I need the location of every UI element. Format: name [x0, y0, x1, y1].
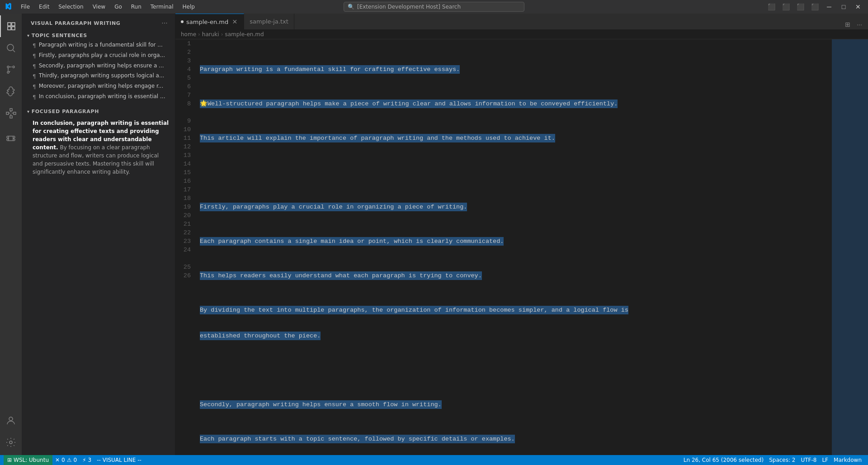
sidebar-item-text: Secondly, paragraph writing helps ensure…	[39, 62, 164, 70]
search-bar[interactable]: 🔍 [Extension Development Host] Search	[344, 2, 524, 12]
editor-line	[200, 366, 823, 375]
list-item[interactable]: ¶ Thirdly, paragraph writing supports lo…	[22, 71, 175, 81]
svg-point-8	[13, 66, 14, 68]
editor-line: established throughout the piece.	[200, 332, 823, 340]
status-bar-right: Ln 26, Col 65 (2006 selected) Spaces: 2 …	[681, 455, 864, 465]
status-bar: ⊞ WSL: Ubuntu ✕ 0 ⚠ 0 ⚡ 3 -- VISUAL LINE…	[0, 455, 868, 465]
menu-edit[interactable]: Edit	[35, 3, 53, 11]
editor-line: By dividing the text into multiple parag…	[200, 306, 823, 314]
paragraph-icon: ¶	[33, 94, 36, 101]
activity-explorer[interactable]	[0, 15, 22, 37]
svg-rect-13	[10, 109, 12, 111]
activity-bar	[0, 14, 22, 455]
minimap-viewport	[832, 39, 868, 455]
svg-point-6	[7, 66, 9, 68]
list-item[interactable]: ¶ Paragraph writing is a fundamental ski…	[22, 40, 175, 51]
topic-sentences-chevron-icon: ▾	[27, 33, 30, 38]
maximize-btn[interactable]: □	[837, 2, 850, 11]
spaces-item[interactable]: Spaces: 2	[766, 455, 798, 465]
focused-paragraph-section[interactable]: ▾ FOCUSED PARAGRAPH	[22, 106, 175, 116]
title-bar-left: File Edit Selection View Go Run Terminal…	[4, 2, 198, 12]
menu-run[interactable]: Run	[127, 3, 145, 11]
menu-selection[interactable]: Selection	[55, 3, 87, 11]
wsl-badge[interactable]: ⊞ WSL: Ubuntu	[4, 455, 52, 465]
layout-btn-1[interactable]: ⬛	[765, 2, 778, 11]
breadcrumb-haruki[interactable]: haruki	[202, 31, 219, 38]
tab-label: sample-en.md	[186, 19, 228, 25]
menu-go[interactable]: Go	[111, 3, 126, 11]
activity-settings[interactable]	[0, 432, 22, 453]
menu-view[interactable]: View	[89, 3, 109, 11]
sidebar-header: VISUAL PARAGRAPH WRITING ···	[22, 14, 175, 30]
language-label: Markdown	[834, 457, 862, 463]
layout-btn-2[interactable]: ⬛	[779, 2, 792, 11]
topic-sentences-label: TOPIC SENTENCES	[32, 33, 87, 38]
tab-close-btn[interactable]: ✕	[231, 18, 238, 25]
line-col-label: Ln 26, Col 65 (2006 selected)	[684, 457, 764, 463]
menu-file[interactable]: File	[17, 3, 33, 11]
editor-line: Paragraph writing is a fundamental skill…	[200, 65, 823, 74]
list-item[interactable]: ¶ Firstly, paragraphs play a crucial rol…	[22, 51, 175, 61]
list-item[interactable]: ¶ In conclusion, paragraph writing is es…	[22, 92, 175, 102]
breadcrumb-home[interactable]: home	[181, 31, 196, 38]
topic-sentences-section[interactable]: ▾ TOPIC SENTENCES	[22, 30, 175, 40]
window-controls: ⬛ ⬛ ⬛ ⬛ ─ □ ✕	[765, 2, 864, 11]
layout-btn-4[interactable]: ⬛	[808, 2, 821, 11]
menu-help[interactable]: Help	[179, 3, 198, 11]
modified-dot	[181, 20, 184, 23]
menu-terminal[interactable]: Terminal	[147, 3, 177, 11]
paragraph-icon: ¶	[33, 83, 36, 91]
editor-text-area[interactable]: Paragraph writing is a fundamental skill…	[198, 39, 832, 455]
encoding-item[interactable]: UTF-8	[798, 455, 819, 465]
tabs-right-actions: ⊞ ···	[839, 19, 868, 29]
sidebar-title: VISUAL PARAGRAPH WRITING	[31, 20, 121, 26]
ports-icon: ⚡	[82, 457, 86, 463]
svg-point-4	[7, 44, 14, 51]
editor-content[interactable]: 1 2 3 4 5 6 7 8 9 10 11 12 13 14 15 16 1…	[175, 39, 868, 455]
tab-sample-ja-txt[interactable]: sample-ja.txt	[244, 14, 294, 29]
activity-puzzle[interactable]	[0, 128, 22, 149]
sidebar: VISUAL PARAGRAPH WRITING ··· ▾ TOPIC SEN…	[22, 14, 175, 455]
activity-source-control[interactable]	[0, 59, 22, 81]
errors-item[interactable]: ✕ 0 ⚠ 0	[52, 455, 80, 465]
list-item[interactable]: ¶ Secondly, paragraph writing helps ensu…	[22, 61, 175, 71]
line-col-item[interactable]: Ln 26, Col 65 (2006 selected)	[681, 455, 766, 465]
sidebar-more-btn[interactable]: ···	[160, 18, 170, 28]
ports-item[interactable]: ⚡ 3	[80, 455, 94, 465]
editor-line: Each paragraph starts with a topic sente…	[200, 435, 823, 443]
editor-area: sample-en.md ✕ sample-ja.txt ⊞ ··· home …	[175, 14, 868, 455]
visual-line-item: -- VISUAL LINE --	[94, 455, 144, 465]
activity-extensions[interactable]	[0, 102, 22, 124]
editor-line: Secondly, paragraph writing helps ensure…	[200, 400, 823, 409]
svg-rect-12	[6, 112, 9, 114]
svg-point-7	[7, 71, 9, 73]
spaces-label: Spaces: 2	[769, 457, 795, 463]
activity-account[interactable]	[0, 410, 22, 432]
close-btn[interactable]: ✕	[852, 2, 864, 11]
minimap	[832, 39, 868, 455]
list-item[interactable]: ¶ Moreover, paragraph writing helps enga…	[22, 81, 175, 92]
activity-debug[interactable]	[0, 81, 22, 102]
sidebar-item-text: Firstly, paragraphs play a crucial role …	[39, 52, 165, 59]
tab-label: sample-ja.txt	[250, 18, 288, 25]
split-editor-btn[interactable]: ⊞	[843, 19, 853, 29]
activity-search[interactable]	[0, 37, 22, 59]
more-tabs-btn[interactable]: ···	[854, 19, 864, 29]
line-ending-item[interactable]: LF	[819, 455, 831, 465]
breadcrumb: home › haruki › sample-en.md	[175, 29, 868, 39]
breadcrumb-file[interactable]: sample-en.md	[225, 31, 264, 38]
tab-sample-en-md[interactable]: sample-en.md ✕	[175, 14, 244, 29]
line-numbers: 1 2 3 4 5 6 7 8 9 10 11 12 13 14 15 16 1…	[175, 39, 198, 455]
svg-point-17	[9, 441, 12, 444]
svg-rect-14	[10, 116, 12, 118]
language-item[interactable]: Markdown	[831, 455, 864, 465]
encoding-label: UTF-8	[801, 457, 816, 463]
minimize-btn[interactable]: ─	[823, 2, 835, 11]
search-placeholder: [Extension Development Host] Search	[357, 4, 461, 10]
errors-count: 0	[61, 457, 65, 463]
svg-line-5	[13, 50, 15, 52]
editor-line: 🌟Well-structured paragraph helps make a …	[200, 100, 823, 108]
line-ending-label: LF	[822, 457, 828, 463]
layout-btn-3[interactable]: ⬛	[794, 2, 807, 11]
paragraph-icon: ¶	[33, 52, 36, 60]
